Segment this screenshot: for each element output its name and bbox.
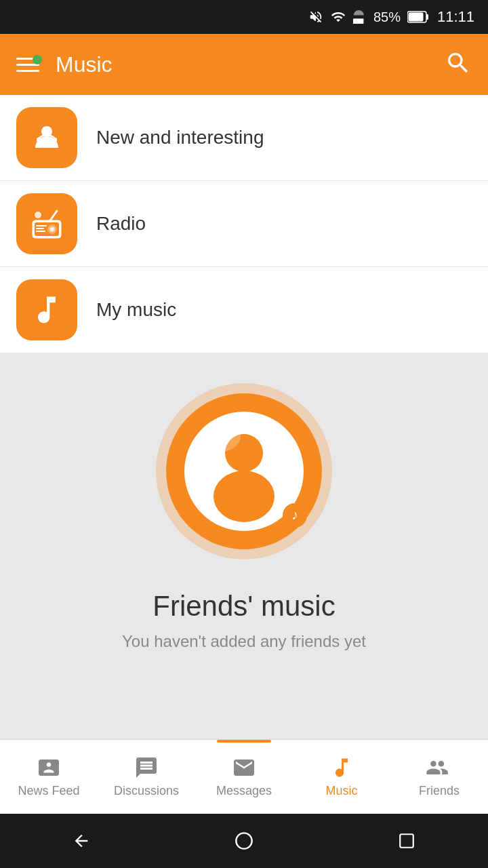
home-button[interactable] <box>230 827 258 854</box>
menu-item-my-music[interactable]: My music <box>0 267 488 353</box>
status-bar: 85% 11:11 <box>0 0 488 34</box>
svg-line-15 <box>50 211 57 220</box>
radio-label: Radio <box>96 213 146 235</box>
nav-label-friends: Friends <box>419 784 460 798</box>
menu-item-radio[interactable]: Radio <box>0 181 488 267</box>
music-icon <box>329 755 354 780</box>
svg-rect-14 <box>36 231 45 232</box>
search-button[interactable] <box>445 50 472 79</box>
battery-icon <box>407 11 429 23</box>
new-interesting-label: New and interesting <box>96 127 264 149</box>
nav-item-music[interactable]: Music <box>293 740 390 814</box>
nav-item-news-feed[interactable]: News Feed <box>0 740 98 814</box>
nav-label-discussions: Discussions <box>114 784 179 798</box>
svg-rect-5 <box>54 138 57 142</box>
active-indicator-bar <box>217 740 271 743</box>
my-music-icon-wrap <box>16 279 77 340</box>
home-icon <box>235 831 253 850</box>
wifi-icon <box>330 9 346 24</box>
signal-icon <box>353 9 367 24</box>
svg-point-21 <box>214 471 274 522</box>
nav-label-news-feed: News Feed <box>18 784 79 798</box>
svg-text:♪: ♪ <box>291 507 298 522</box>
svg-point-16 <box>35 212 41 218</box>
mute-icon <box>308 9 323 24</box>
back-button[interactable] <box>68 827 95 854</box>
friends-section: ♪ Friends' music You haven't added any f… <box>0 353 488 739</box>
svg-rect-13 <box>36 228 44 229</box>
svg-point-25 <box>236 833 251 848</box>
radio-icon-wrap <box>16 193 77 254</box>
status-icons: 85% <box>308 9 429 25</box>
my-music-icon <box>29 292 64 328</box>
time: 11:11 <box>437 8 474 26</box>
menu-list: New and interesting <box>0 95 488 353</box>
recents-button[interactable] <box>393 827 420 854</box>
nav-item-discussions[interactable]: Discussions <box>98 740 195 814</box>
svg-rect-2 <box>408 13 423 22</box>
nav-label-messages: Messages <box>216 784 272 798</box>
notification-dot <box>33 55 42 64</box>
bottom-nav: News Feed Discussions Messages Music Fri… <box>0 739 488 814</box>
svg-rect-1 <box>426 14 428 20</box>
android-nav-bar <box>0 814 488 868</box>
my-music-label: My music <box>96 299 176 321</box>
svg-point-11 <box>51 228 54 231</box>
active-tab-indicator <box>195 740 293 743</box>
menu-item-new-interesting[interactable]: New and interesting <box>0 95 488 181</box>
svg-rect-4 <box>37 138 40 142</box>
friends-avatar-illustration: ♪ <box>152 380 336 563</box>
new-interesting-icon-wrap <box>16 107 77 168</box>
radio-icon <box>28 205 65 242</box>
app-bar: Music <box>0 34 488 95</box>
svg-rect-12 <box>36 225 47 226</box>
svg-rect-26 <box>400 834 413 848</box>
back-icon <box>72 831 91 850</box>
friends-music-title: Friends' music <box>152 590 335 623</box>
battery-text: 85% <box>373 9 401 25</box>
recents-icon <box>398 832 415 850</box>
menu-button[interactable] <box>16 58 39 72</box>
page-title: Music <box>56 52 445 77</box>
messages-icon <box>232 755 256 780</box>
news-feed-icon <box>37 755 61 780</box>
nav-item-friends[interactable]: Friends <box>390 740 488 814</box>
friends-music-subtitle: You haven't added any friends yet <box>122 632 366 651</box>
nav-item-messages[interactable]: Messages <box>195 740 293 814</box>
search-icon <box>445 50 472 77</box>
nav-label-music: Music <box>325 784 357 798</box>
friends-icon <box>426 755 453 780</box>
new-interesting-icon <box>28 119 65 156</box>
discussions-icon <box>134 755 159 780</box>
